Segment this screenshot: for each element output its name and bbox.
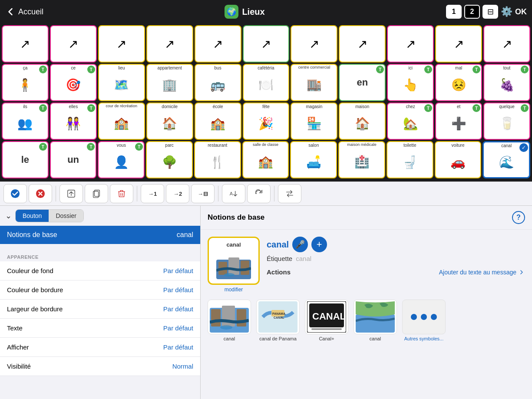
toolbar-divider <box>218 186 218 201</box>
symbol-image <box>208 300 251 334</box>
help-button[interactable]: ? <box>512 211 525 224</box>
grid-cell-le[interactable]: le T <box>2 141 49 178</box>
chevron-down-icon[interactable]: ⌄ <box>5 211 12 221</box>
grid-cell-toilette[interactable]: toilette 🚽 <box>387 141 433 178</box>
tab-button[interactable]: Bouton <box>16 210 49 222</box>
grid-cell-ca[interactable]: ça 🧍 T <box>2 64 49 101</box>
symbol-image: CANAL+ <box>305 300 348 334</box>
symbol-canal-landscape[interactable]: canal <box>354 300 397 341</box>
grid-cell-cafeteria[interactable]: cafétéria 🍽️ <box>243 64 290 101</box>
grid-cell-domicile[interactable]: domicile 🏠 <box>146 102 193 140</box>
grid-cell-parc[interactable]: parc 🌳 <box>146 141 193 178</box>
delete-button[interactable] <box>110 184 133 203</box>
symbol-canal-panama[interactable]: PANAMA CANAL canal de Panama <box>256 300 300 341</box>
nav-item[interactable]: Notions de base canal <box>0 226 200 244</box>
setting-value: Par défaut <box>163 324 193 332</box>
grid-cell-cour[interactable]: cour de récréation 🏫 <box>98 102 145 140</box>
grid-cell[interactable]: ↗ <box>291 25 337 63</box>
grid-cell-restaurant[interactable]: restaurant 🍴 <box>194 141 241 178</box>
grid-cell-mal[interactable]: mal 😣 T <box>435 64 482 101</box>
ok-button[interactable]: OK <box>515 7 527 16</box>
grid-cell-magasin[interactable]: magasin 🏪 <box>291 102 337 140</box>
grid-cell[interactable]: ↗ <box>339 25 386 63</box>
nav-value: canal <box>177 231 193 239</box>
grid-cell-maison-medicale[interactable]: maison médicale 🏥 <box>338 141 385 178</box>
mic-button[interactable]: 🎤 <box>292 237 308 252</box>
setting-value: Par défaut <box>163 305 193 313</box>
check-icon: ✓ <box>519 143 528 152</box>
grid-cell-salle-classe[interactable]: salle de classe 🏫 <box>242 141 289 178</box>
grid-cell-ecole[interactable]: école 🏫 <box>195 102 241 140</box>
grid-cell-centre-commercial[interactable]: centre commercial 🏬 <box>291 64 337 101</box>
spacer <box>0 244 200 251</box>
setting-text[interactable]: Texte Par défaut <box>0 319 200 338</box>
copy-button[interactable] <box>85 184 108 203</box>
sort-button[interactable]: A <box>222 184 245 203</box>
page-icon-button[interactable]: ⊟ <box>482 5 498 19</box>
svg-rect-8 <box>228 257 239 275</box>
page-num-1[interactable]: 1 <box>446 5 462 19</box>
item-card-modifier[interactable]: modifier <box>225 287 243 293</box>
symbol-canal-plus[interactable]: CANAL+ Canal+ <box>305 300 348 341</box>
grid-cell[interactable]: ↗ <box>146 25 193 63</box>
grid-cell[interactable]: ↗ <box>435 25 482 63</box>
header-controls: 1 2 ⊟ ⚙️ OK <box>446 5 527 19</box>
cancel-button[interactable] <box>29 184 52 203</box>
grid-cell-maison[interactable]: maison 🏠 <box>339 102 386 140</box>
grid-cell-et[interactable]: et ➕ T <box>435 102 482 140</box>
grid-cell-appartement[interactable]: appartement 🏢 <box>146 64 193 101</box>
page-num-2[interactable]: 2 <box>464 5 480 19</box>
symbols-grid: canal PANAMA CANAL canal de Panama <box>201 300 532 348</box>
grid-cell-vous[interactable]: vous 👤 T <box>98 141 145 178</box>
grid-cell-un[interactable]: un T <box>50 141 97 178</box>
grid-cell-canal[interactable]: canal 🌊 ✓ <box>482 141 530 178</box>
grid-row-3: le T un T vous 👤 T parc 🌳 restaurant 🍴 s… <box>2 141 530 178</box>
import-button[interactable] <box>59 184 83 203</box>
grid-cell-chez[interactable]: chez 🏡 T <box>387 102 434 140</box>
grid-cell-voiture[interactable]: voiture 🚗 <box>435 141 482 178</box>
setting-visibility[interactable]: Visibilité Normal <box>0 357 200 376</box>
back-button[interactable]: Accueil <box>5 7 43 17</box>
tab-folder[interactable]: Dossier <box>49 210 83 222</box>
setting-display[interactable]: Afficher Par défaut <box>0 338 200 357</box>
badge-icon: T <box>39 143 47 151</box>
arrow1-button[interactable]: →1 <box>141 184 164 203</box>
add-button[interactable]: + <box>311 237 327 252</box>
symbol-autres[interactable]: Autres symboles... <box>402 300 446 341</box>
grid-cell-ils[interactable]: ils 👥 T <box>2 102 49 140</box>
setting-background-color[interactable]: Couleur de fond Par défaut <box>0 261 200 280</box>
grid-cell-bus[interactable]: bus 🚌 <box>195 64 241 101</box>
grid-row-1: ça 🧍 T ce 🎯 T lieu 🗺️ appartement 🏢 bus … <box>2 64 530 101</box>
refresh-button[interactable] <box>247 184 271 203</box>
grid-cell-en[interactable]: en T <box>339 64 386 101</box>
badge-icon: T <box>87 66 95 73</box>
grid-cell[interactable]: ↗ <box>483 25 530 63</box>
settings-icon[interactable]: ⚙️ <box>501 6 512 17</box>
grid-cell[interactable]: ↗ <box>195 25 241 63</box>
grid-cell-ce[interactable]: ce 🎯 T <box>50 64 97 101</box>
confirm-button[interactable] <box>3 184 27 203</box>
grid-cell[interactable]: ↗ <box>98 25 145 63</box>
svg-rect-12 <box>211 309 221 326</box>
swap-button[interactable] <box>278 184 301 203</box>
grid-cell[interactable]: ↗ <box>2 25 49 63</box>
grid-cell[interactable]: ↗ <box>50 25 97 63</box>
arrow2-button[interactable]: →2 <box>166 184 189 203</box>
setting-border-width[interactable]: Largeur de bordure Par défaut <box>0 300 200 319</box>
symbol-canal-1[interactable]: canal <box>208 300 251 341</box>
toolbar-divider <box>274 186 274 201</box>
setting-border-color[interactable]: Couleur de bordure Par défaut <box>0 280 200 300</box>
grid-cell-fete[interactable]: fête 🎉 <box>243 102 290 140</box>
actions-row: Actions Ajouter du texte au message <box>267 265 525 279</box>
grid-cell[interactable]: ↗ <box>243 25 290 63</box>
grid-cell-lieu[interactable]: lieu 🗺️ <box>98 64 145 101</box>
actions-label: Actions <box>267 268 291 276</box>
add-text-link[interactable]: Ajouter du texte au message <box>439 269 525 276</box>
grid-cell[interactable]: ↗ <box>387 25 434 63</box>
grid-cell-tout[interactable]: tout 🍇 T <box>483 64 530 101</box>
grid-cell-ici[interactable]: ici 👆 T <box>387 64 434 101</box>
arrow-book-button[interactable]: →⊟ <box>191 184 215 203</box>
grid-cell-quelque[interactable]: quelque 🥛 T <box>483 102 530 140</box>
grid-cell-salon[interactable]: salon 🛋️ <box>290 141 337 178</box>
grid-cell-elles[interactable]: elles 👭 T <box>50 102 97 140</box>
